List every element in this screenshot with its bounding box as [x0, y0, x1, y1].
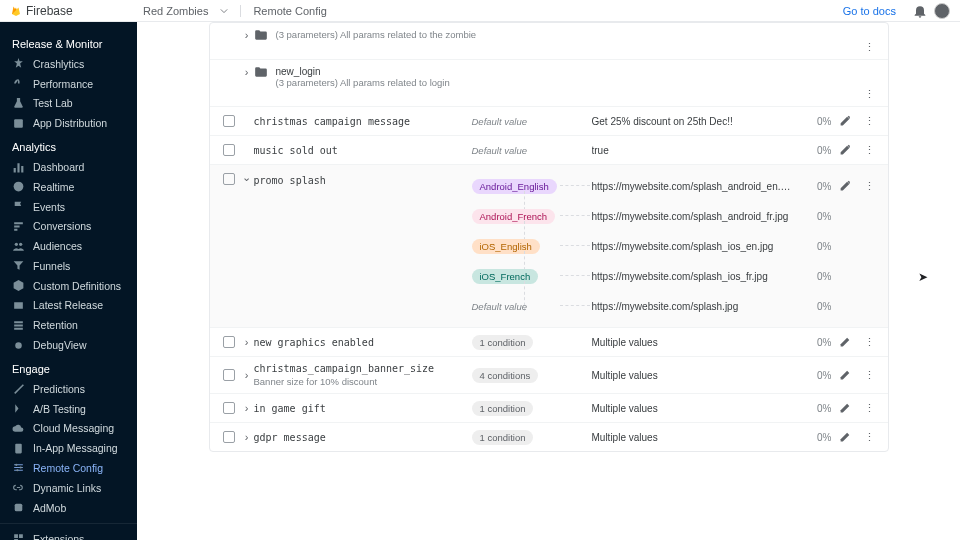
edit-button[interactable] [832, 143, 860, 158]
condition-chip[interactable]: Android_English [472, 179, 557, 194]
expand-icon[interactable]: › [240, 369, 254, 381]
sidebar-item-extensions[interactable]: Extensions [0, 523, 137, 540]
row-menu[interactable]: ⋮ [860, 402, 880, 414]
param-row[interactable]: christmas_campaign_message Default value… [210, 107, 888, 136]
edit-button[interactable] [832, 401, 860, 416]
sidebar-item-dynlinks[interactable]: Dynamic Links [0, 478, 137, 498]
sidebar-item-conversions[interactable]: Conversions [0, 216, 137, 236]
svg-rect-10 [15, 504, 23, 512]
sidebar-item-label: Latest Release [33, 299, 103, 311]
row-menu[interactable]: ⋮ [860, 41, 880, 53]
expand-icon[interactable]: › [240, 402, 254, 414]
edit-button[interactable] [832, 179, 860, 194]
sidebar-item-audiences[interactable]: Audiences [0, 236, 137, 256]
param-name: christmas_campaign_banner_sizeBanner siz… [254, 363, 472, 387]
checkbox[interactable] [223, 173, 235, 185]
collapse-icon[interactable]: ⌄ [240, 171, 254, 184]
pencil-icon [839, 335, 852, 348]
checkbox[interactable] [223, 144, 235, 156]
param-group-row[interactable]: › (3 parameters) All params related to t… [210, 23, 888, 60]
edit-button[interactable] [832, 335, 860, 350]
breadcrumb: Red Zombies Remote Config [137, 5, 327, 17]
chevron-down-icon[interactable] [220, 7, 228, 15]
row-menu[interactable]: ⋮ [860, 144, 880, 156]
sidebar-item-label: Dynamic Links [33, 482, 101, 494]
fetch-pct: 0% [792, 432, 832, 443]
row-menu[interactable]: ⋮ [860, 431, 880, 443]
fetch-pct: 0% [792, 403, 832, 414]
edit-button[interactable] [832, 430, 860, 445]
clock-icon [12, 180, 25, 193]
project-selector[interactable]: Red Zombies [143, 5, 208, 17]
param-value: Multiple values [592, 370, 792, 381]
checkbox[interactable] [223, 336, 235, 348]
param-row-expanded[interactable]: ⌄ promo_splash Android_English https://m… [210, 165, 888, 328]
param-row[interactable]: › in_game_gift 1 condition Multiple valu… [210, 394, 888, 423]
sidebar-item-appdist[interactable]: App Distribution [0, 113, 137, 133]
fetch-pct: 0% [792, 337, 832, 348]
sidebar-item-predictions[interactable]: Predictions [0, 379, 137, 399]
sidebar-item-label: Funnels [33, 260, 70, 272]
checkbox[interactable] [223, 402, 235, 414]
condition-chip[interactable]: 1 condition [472, 430, 534, 445]
sidebar-item-label: App Distribution [33, 117, 107, 129]
sidebar-item-inapp[interactable]: In-App Messaging [0, 438, 137, 458]
go-to-docs-link[interactable]: Go to docs [843, 5, 896, 17]
param-group-row[interactable]: › new_login (3 parameters) All params re… [210, 60, 888, 107]
sidebar-item-realtime[interactable]: Realtime [0, 177, 137, 197]
condition-chip[interactable]: 4 conditions [472, 368, 539, 383]
param-row[interactable]: music_sold_out Default value true 0% ⋮ [210, 136, 888, 165]
row-menu[interactable]: ⋮ [860, 88, 880, 100]
edit-button[interactable] [832, 368, 860, 383]
svg-point-9 [16, 470, 18, 472]
expand-icon[interactable]: › [240, 29, 254, 41]
row-menu[interactable]: ⋮ [860, 180, 880, 192]
sidebar-item-funnels[interactable]: Funnels [0, 256, 137, 276]
sidebar-item-admob[interactable]: AdMob [0, 498, 137, 518]
row-menu[interactable]: ⋮ [860, 336, 880, 348]
edit-button[interactable] [832, 114, 860, 129]
param-row[interactable]: › new_graphics_enabled 1 condition Multi… [210, 328, 888, 357]
sidebar-item-events[interactable]: Events [0, 197, 137, 217]
sidebar-item-label: Crashlytics [33, 58, 84, 70]
condition-chip[interactable]: 1 condition [472, 401, 534, 416]
sidebar-item-label: Realtime [33, 181, 74, 193]
sidebar-item-performance[interactable]: Performance [0, 74, 137, 94]
expand-icon[interactable]: › [240, 431, 254, 443]
avatar[interactable] [934, 3, 950, 19]
speed-icon [12, 77, 25, 90]
bell-icon[interactable] [912, 3, 928, 19]
condition-chip[interactable]: iOS_French [472, 269, 539, 284]
sidebar-item-debugview[interactable]: DebugView [0, 335, 137, 355]
pencil-icon [839, 368, 852, 381]
sidebar-item-testlab[interactable]: Test Lab [0, 94, 137, 114]
svg-point-7 [15, 464, 17, 466]
sidebar-item-label: Audiences [33, 240, 82, 252]
brand[interactable]: Firebase [10, 4, 137, 18]
condition-chip[interactable]: Android_French [472, 209, 556, 224]
sidebar-item-crashlytics[interactable]: Crashlytics [0, 54, 137, 74]
expand-icon[interactable]: › [240, 336, 254, 348]
expand-icon[interactable]: › [240, 66, 254, 78]
sidebar-item-label: Conversions [33, 220, 91, 232]
fetch-pct: 0% [792, 181, 832, 192]
sidebar-item-dashboard[interactable]: Dashboard [0, 157, 137, 177]
condition-chip[interactable]: 1 condition [472, 335, 534, 350]
condition-label: Default value [472, 145, 592, 156]
sidebar-item-latest[interactable]: Latest Release [0, 296, 137, 316]
checkbox[interactable] [223, 369, 235, 381]
condition-chip[interactable]: iOS_English [472, 239, 540, 254]
sidebar-item-remoteconfig[interactable]: Remote Config [0, 458, 137, 478]
row-menu[interactable]: ⋮ [860, 115, 880, 127]
sidebar-item-retention[interactable]: Retention [0, 315, 137, 335]
param-row[interactable]: › gdpr_message 1 condition Multiple valu… [210, 423, 888, 451]
sidebar-item-ab[interactable]: A/B Testing [0, 399, 137, 419]
checkbox[interactable] [223, 431, 235, 443]
pencil-icon [839, 179, 852, 192]
sidebar-item-custom[interactable]: Custom Definitions [0, 276, 137, 296]
row-menu[interactable]: ⋮ [860, 369, 880, 381]
param-value: Multiple values [592, 403, 792, 414]
param-row[interactable]: › christmas_campaign_banner_sizeBanner s… [210, 357, 888, 394]
sidebar-item-cloudmsg[interactable]: Cloud Messaging [0, 419, 137, 439]
checkbox[interactable] [223, 115, 235, 127]
